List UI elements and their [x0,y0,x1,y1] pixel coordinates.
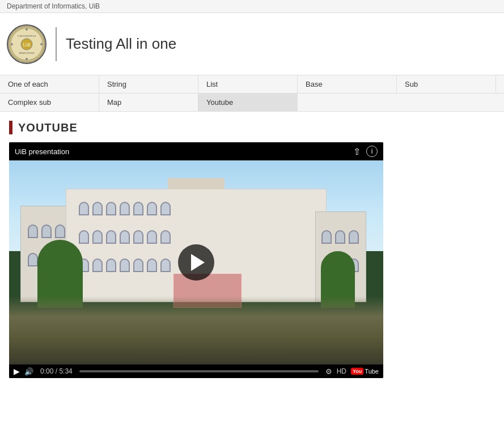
video-controls: ▶ 🔊 0:00 / 5:34 ⚙ HD You Tube [9,364,383,378]
section-title-text: YOUTUBE [18,121,78,134]
share-icon[interactable]: ⇧ [353,146,361,157]
tab-one-of-each[interactable]: One of each [0,75,99,93]
video-top-icons: ⇧ i [353,146,378,157]
nav-row-2: Complex sub Map Youtube [0,94,504,111]
tab-list[interactable]: List [198,75,298,93]
svg-point-8 [11,43,13,45]
youtube-logo: You [351,368,363,375]
page-title: Testing All in one [66,35,176,53]
play-icon [191,254,205,271]
section-title-bar [9,121,12,134]
nav-row-1: One of each String List Base Sub [0,75,504,94]
svg-text:UNIVERSITAS: UNIVERSITAS [18,35,36,37]
time-display: 0:00 / 5:34 [40,367,73,375]
video-thumbnail[interactable] [9,160,383,364]
youtube-text: Tube [365,368,379,375]
info-icon[interactable]: i [366,146,378,157]
video-title: UiB presentation [15,147,69,156]
youtube-section: YOUTUBE UiB presentation ⇧ i [9,121,406,378]
youtube-link[interactable]: You Tube [351,368,379,375]
top-bar-label: Department of Informatics, UiB [7,2,100,10]
logo-divider [56,27,57,61]
tab-complex-sub[interactable]: Complex sub [0,94,99,111]
tab-youtube[interactable]: Youtube [198,94,298,111]
crowd [9,296,383,364]
svg-point-7 [26,58,28,60]
top-bar: Department of Informatics, UiB [0,0,504,13]
tab-sub[interactable]: Sub [397,75,496,93]
settings-control[interactable]: ⚙ [325,367,332,376]
time-current: 0:00 [40,367,53,375]
svg-point-9 [40,43,43,45]
navigation: One of each String List Base Sub Complex… [0,75,504,112]
main-content: YOUTUBE UiB presentation ⇧ i [0,112,504,387]
svg-text:UiB: UiB [23,43,30,48]
play-button[interactable] [178,244,214,281]
time-total: 5:34 [59,367,72,375]
video-player: UiB presentation ⇧ i [9,142,383,378]
svg-text:BERGENSIS: BERGENSIS [19,52,34,54]
tab-map[interactable]: Map [99,94,198,111]
logo: UNIVERSITAS BERGENSIS UiB [7,24,46,64]
section-header: YOUTUBE [9,121,406,134]
progress-bar[interactable] [79,370,319,372]
tab-base[interactable]: Base [298,75,397,93]
header: UNIVERSITAS BERGENSIS UiB Testing All in… [0,13,504,75]
tab-string[interactable]: String [99,75,198,93]
video-top-bar: UiB presentation ⇧ i [9,142,383,160]
svg-point-6 [26,28,28,31]
hd-control[interactable]: HD [337,367,346,375]
volume-control[interactable]: 🔊 [24,367,33,376]
play-control[interactable]: ▶ [14,367,20,376]
